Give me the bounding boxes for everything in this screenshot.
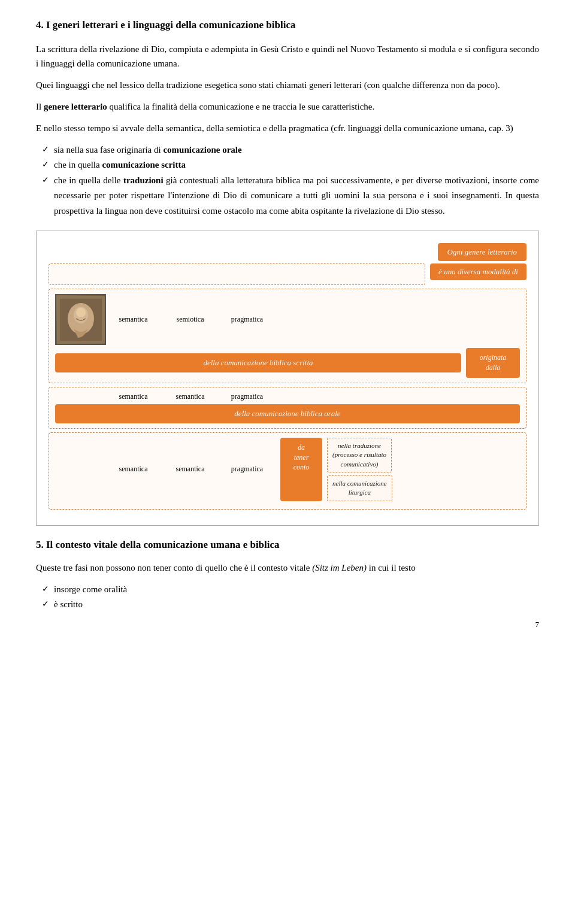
label-diversa: è una diversa modalità di — [430, 263, 526, 280]
paragraph-2: Quei linguaggi che nel lessico della tra… — [36, 78, 539, 92]
right-labels: nella traduzione(processo e risultatocom… — [327, 438, 423, 501]
section-5-text-2: in cui il testo — [367, 563, 416, 572]
checklist-1: sia nella sua fase originaria di comunic… — [36, 143, 539, 219]
diagram-container: Ogni genere letterario è una diversa mod… — [36, 231, 539, 526]
diagram: Ogni genere letterario è una diversa mod… — [49, 243, 526, 510]
section-heading: 4. I generi letterari e i linguaggi dell… — [36, 18, 539, 32]
section-5-text: Queste tre fasi non possono non tener co… — [36, 563, 312, 572]
checklist-s5-label-1: insorge come oralità — [54, 584, 127, 594]
label-originata: originatadalla — [466, 348, 520, 378]
section-5-heading: 5. Il contesto vitale della comunicazion… — [36, 538, 539, 552]
label-liturgica: nella comunicazioneliturgica — [327, 475, 392, 501]
checklist-prefix-1: sia nella sua fase originaria di — [54, 145, 163, 154]
manuscript-image — [55, 294, 106, 345]
label-ogni: Ogni genere letterario — [438, 243, 527, 261]
label-pragmatica-3: pragmatica — [225, 465, 270, 474]
label-da-tener: datenerconto — [280, 438, 322, 501]
label-semantica-4: semantica — [111, 465, 156, 474]
section-biblica-scritta: semantica semiotica pragmatica della com… — [49, 289, 526, 383]
section-biblica-orale: semantica semantica pragmatica della com… — [49, 387, 526, 429]
checklist-s5-label-2: è scritto — [54, 599, 83, 609]
label-pragmatica-1: pragmatica — [225, 315, 270, 324]
checklist-prefix-3: che in quella delle — [54, 175, 123, 185]
diagram-row-1: è una diversa modalità di — [49, 263, 526, 285]
sem-words-row2: semantica semantica pragmatica — [111, 392, 270, 401]
genere-letterario-bold: genere letterario — [44, 102, 107, 111]
sem-words-row3: semantica semantica pragmatica — [111, 465, 270, 474]
checklist-s5-item-1: insorge come oralità — [42, 582, 539, 598]
paragraph-3-suffix: qualifica la finalità della comunicazion… — [107, 102, 374, 111]
paragraph-3-prefix: Il — [36, 102, 44, 111]
paragraph-1: La scrittura della rivelazione di Dio, c… — [36, 42, 539, 71]
label-pragmatica-2: pragmatica — [225, 392, 270, 401]
checklist-item-1: sia nella sua fase originaria di comunic… — [42, 143, 539, 158]
label-semantica-5: semantica — [168, 465, 213, 474]
svg-point-4 — [76, 308, 86, 317]
sem-words-row1: semantica semiotica pragmatica — [111, 315, 270, 324]
diagram-top-row: Ogni genere letterario — [49, 243, 526, 261]
checklist-section5: insorge come oralità è scritto — [36, 582, 539, 613]
dashed-box-top — [49, 263, 425, 285]
checklist-bold-2: comunicazione scritta — [102, 160, 186, 169]
label-traduzione: nella traduzione(processo e risultatocom… — [327, 438, 392, 472]
label-semantica-2: semantica — [111, 392, 156, 401]
checklist-prefix-2: che in quella — [54, 160, 102, 169]
page-number: 7 — [36, 620, 539, 629]
checklist-bold-3: traduzioni — [123, 175, 164, 185]
label-semantica-3: semantica — [168, 392, 213, 401]
label-semiotica: semiotica — [168, 315, 213, 324]
label-semantica-1: semantica — [111, 315, 156, 324]
section-5-paragraph: Queste tre fasi non possono non tener co… — [36, 561, 539, 575]
sitz-im-leben: (Sitz im Leben) — [312, 563, 367, 572]
checklist-item-2: che in quella comunicazione scritta — [42, 157, 539, 173]
label-biblica-orale: della comunicazione biblica orale — [55, 404, 520, 423]
label-biblica-scritta: della comunicazione biblica scritta — [55, 353, 461, 372]
paragraph-3: Il genere letterario qualifica la finali… — [36, 99, 539, 114]
checklist-s5-item-2: è scritto — [42, 597, 539, 613]
paragraph-4: E nello stesso tempo si avvale della sem… — [36, 121, 539, 135]
section-bottom: semantica semantica pragmatica datenerco… — [49, 432, 526, 510]
checklist-item-3: che in quella delle traduzioni già conte… — [42, 173, 539, 219]
checklist-bold-1: comunicazione orale — [163, 145, 241, 154]
